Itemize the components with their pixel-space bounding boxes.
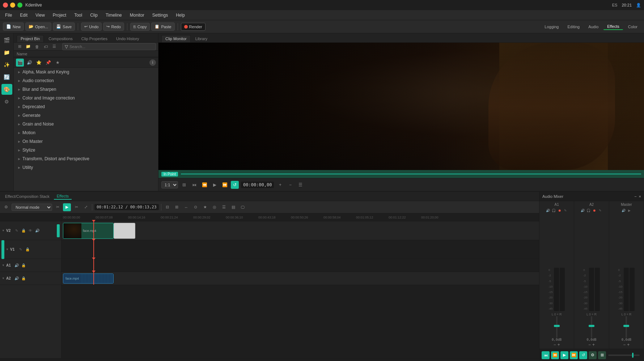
timeline-scrollbar[interactable] bbox=[0, 358, 539, 361]
target-icon[interactable]: ◎ bbox=[211, 203, 219, 211]
menu-tool[interactable]: Tool bbox=[71, 12, 86, 19]
preview-icon[interactable]: 🖵 bbox=[239, 203, 247, 211]
channel-plus-master[interactable]: + bbox=[627, 342, 630, 347]
channel-plus-a2[interactable]: + bbox=[592, 342, 595, 347]
mixer-loop-icon[interactable]: ↺ bbox=[579, 351, 587, 359]
close-button[interactable] bbox=[3, 3, 8, 8]
sidebar-icon-color[interactable]: 🎨 bbox=[1, 84, 12, 95]
headphone-a2-icon[interactable]: 🎧 bbox=[586, 208, 591, 213]
copy-button[interactable]: ⎘ Copy bbox=[130, 23, 150, 31]
render-button[interactable]: Render bbox=[181, 23, 206, 31]
fader-knob-a1[interactable] bbox=[554, 325, 560, 327]
timecode-display[interactable]: 00:00:00,00 bbox=[241, 182, 274, 188]
edit-a1-icon[interactable]: ✎ bbox=[563, 208, 568, 213]
group-icon[interactable]: ⊙ bbox=[192, 203, 200, 211]
cut-icon[interactable]: ✂ bbox=[72, 203, 80, 211]
mixer-minimize-icon[interactable]: − bbox=[634, 194, 636, 199]
track-lock-a2-icon[interactable]: 🔒 bbox=[21, 276, 26, 281]
track-lock-a1-icon[interactable]: 🔒 bbox=[21, 263, 26, 268]
effect-blur-sharpen[interactable]: ▶ Blur and Sharpen bbox=[14, 85, 158, 94]
open-button[interactable]: 📂 Open... bbox=[25, 22, 51, 31]
mixer-layout-icon[interactable]: ⊞ bbox=[598, 351, 606, 359]
sidebar-icon-transitions[interactable]: 🔄 bbox=[1, 72, 12, 82]
play-icon[interactable]: ▶ bbox=[211, 181, 219, 189]
step-back-icon[interactable]: ⏪ bbox=[200, 181, 208, 189]
effect-color-image[interactable]: ▶ Color and Image correction bbox=[14, 94, 158, 102]
clip-face-v2[interactable]: face.mp4 bbox=[63, 223, 114, 239]
collapse-a2-icon[interactable]: ▼ bbox=[1, 277, 5, 280]
clip-effects-icon[interactable]: ⊞ bbox=[173, 203, 181, 211]
search-input[interactable] bbox=[69, 44, 153, 49]
track-visible-v2-icon[interactable]: 👁 bbox=[27, 228, 33, 234]
menu-monitor[interactable]: Monitor bbox=[126, 12, 148, 19]
effect-transform[interactable]: ▶ Transform, Distort and Perspective bbox=[14, 154, 158, 163]
effect-generate[interactable]: ▶ Generate bbox=[14, 111, 158, 120]
channel-minus-a2[interactable]: − bbox=[588, 342, 591, 347]
collapse-a1-icon[interactable]: ▼ bbox=[1, 264, 5, 267]
more-options-icon[interactable]: ☰ bbox=[296, 181, 304, 189]
workspace-tab-editing[interactable]: Editing bbox=[564, 24, 583, 30]
collapse-v1-icon[interactable]: ▼ bbox=[5, 248, 9, 251]
save-button[interactable]: 💾 Save bbox=[53, 22, 75, 31]
tab-effect-composition[interactable]: Effect/Composition Stack bbox=[2, 194, 52, 199]
monitor-icon[interactable]: ☰ bbox=[220, 203, 228, 211]
mute-master-icon[interactable]: 🔊 bbox=[621, 208, 626, 213]
maximize-button[interactable] bbox=[17, 3, 22, 8]
view-toggle-icon[interactable]: ⊞ bbox=[16, 43, 23, 50]
fader-knob-a2[interactable] bbox=[589, 325, 594, 327]
step-forward-icon[interactable]: ⏩ bbox=[221, 181, 229, 189]
tab-compositions[interactable]: Compositions bbox=[45, 35, 77, 42]
collapse-v2-icon[interactable]: ▼ bbox=[1, 229, 5, 233]
effects-info-button[interactable]: ℹ bbox=[149, 59, 156, 66]
ripple-icon[interactable]: ↔ bbox=[182, 203, 190, 211]
sidebar-icon-project[interactable]: 🎬 bbox=[1, 35, 12, 46]
zoom-select[interactable]: 1:1 1:2 2:1 bbox=[161, 181, 178, 188]
tab-effects[interactable]: Effects bbox=[54, 193, 72, 200]
redo-button[interactable]: ↪ Redo bbox=[103, 22, 124, 31]
menu-view[interactable]: View bbox=[32, 12, 48, 19]
track-mute-a1-icon[interactable]: 🔊 bbox=[14, 263, 20, 268]
timeline-mode-select[interactable]: Normal mode Overwrite mode bbox=[12, 204, 52, 211]
track-edit-v2-icon[interactable]: ✎ bbox=[14, 228, 20, 234]
star-icon[interactable]: ★ bbox=[201, 203, 209, 211]
razor-icon[interactable]: ✂ bbox=[54, 203, 62, 211]
subtract-icon[interactable]: − bbox=[286, 181, 294, 189]
effects-tab-favorites[interactable]: 📌 bbox=[44, 59, 52, 67]
menu-icon[interactable]: ☰ bbox=[51, 43, 58, 50]
record-a1-icon[interactable]: ⏺ bbox=[557, 208, 562, 213]
menu-file[interactable]: File bbox=[1, 12, 16, 19]
workspace-tab-color[interactable]: Color bbox=[624, 24, 641, 30]
edit-a2-icon[interactable]: ✎ bbox=[598, 208, 603, 213]
clip-white-v2[interactable] bbox=[114, 223, 135, 239]
effects-tab-custom[interactable]: ⭐ bbox=[35, 59, 43, 67]
effects-tab-star[interactable]: ★ bbox=[54, 59, 62, 67]
tab-clip-properties[interactable]: Clip Properties bbox=[77, 35, 111, 42]
effect-motion[interactable]: ▶ Motion bbox=[14, 128, 158, 137]
effect-audio-correction[interactable]: ▶ Audio correction bbox=[14, 76, 158, 85]
master-fader-knob[interactable] bbox=[632, 353, 634, 358]
fader-track-a2[interactable] bbox=[591, 316, 592, 338]
fader-track-master[interactable] bbox=[626, 316, 627, 338]
tab-project-bin[interactable]: Project Bin bbox=[17, 35, 44, 42]
clip-face-a2[interactable]: face.mp4 bbox=[63, 273, 114, 284]
menu-project[interactable]: Project bbox=[49, 12, 70, 19]
undo-button[interactable]: ↩ Undo bbox=[81, 22, 102, 31]
track-lock-v2-icon[interactable]: 🔒 bbox=[21, 228, 26, 234]
delete-icon[interactable]: 🗑 bbox=[33, 43, 41, 50]
channel-plus-a1[interactable]: + bbox=[558, 342, 560, 347]
window-controls[interactable] bbox=[3, 3, 22, 8]
workspace-tab-logging[interactable]: Logging bbox=[541, 24, 562, 30]
new-button[interactable]: 📄 New bbox=[3, 22, 24, 31]
headphone-a1-icon[interactable]: 🎧 bbox=[551, 208, 556, 213]
track-mute-a2-icon[interactable]: 🔊 bbox=[14, 276, 20, 281]
effect-alpha-mask[interactable]: ▶ Alpha, Mask and Keying bbox=[14, 68, 158, 76]
menu-edit[interactable]: Edit bbox=[16, 12, 31, 19]
menu-help[interactable]: Help bbox=[172, 12, 188, 19]
effects-tab-audio[interactable]: 🔊 bbox=[25, 59, 33, 67]
menu-settings[interactable]: Settings bbox=[149, 12, 171, 19]
tab-undo-history[interactable]: Undo History bbox=[112, 35, 143, 42]
mixer-master-fader[interactable] bbox=[608, 354, 640, 356]
tag-icon[interactable]: 🏷 bbox=[42, 43, 49, 50]
add-icon[interactable]: + bbox=[276, 181, 284, 189]
sidebar-icon-settings[interactable]: ⚙ bbox=[1, 96, 12, 107]
